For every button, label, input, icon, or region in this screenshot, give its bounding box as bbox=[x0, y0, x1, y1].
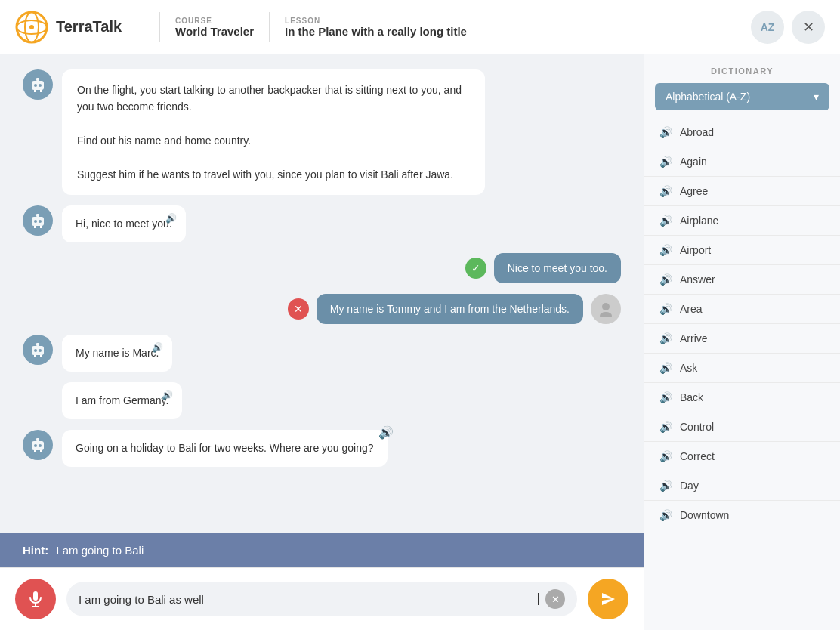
send-icon bbox=[599, 590, 617, 608]
dictionary-title: DICTIONARY bbox=[644, 54, 840, 83]
clear-button[interactable]: ✕ bbox=[545, 589, 565, 609]
header-divider bbox=[159, 12, 160, 42]
bot-message-greeting: 🔊 Hi, nice to meet you. bbox=[23, 205, 621, 242]
dictionary-button[interactable]: AZ bbox=[751, 11, 784, 44]
dictionary-item[interactable]: 🔊 Again bbox=[644, 147, 840, 177]
hint-label: Hint: bbox=[23, 544, 48, 557]
svg-rect-7 bbox=[36, 78, 39, 81]
dictionary-word: Airport bbox=[680, 244, 711, 256]
dictionary-icon: AZ bbox=[761, 21, 775, 33]
sound-icon[interactable]: 🔊 bbox=[659, 126, 672, 138]
lesson-info: LESSON In the Plane with a really long t… bbox=[285, 17, 467, 38]
bot-country-text: I am from Germany. bbox=[76, 394, 168, 406]
svg-point-11 bbox=[34, 220, 37, 223]
svg-rect-18 bbox=[32, 346, 44, 355]
dictionary-item[interactable]: 🔊 Back bbox=[644, 383, 840, 412]
dictionary-list: 🔊 Abroad 🔊 Again 🔊 Agree 🔊 Airplane 🔊 Ai… bbox=[644, 118, 840, 630]
svg-point-20 bbox=[39, 349, 42, 352]
user-message-correct: ✓ Nice to meet you too. bbox=[23, 253, 621, 283]
sound-icon[interactable]: 🔊 bbox=[659, 303, 672, 315]
dictionary-item[interactable]: 🔊 Ask bbox=[644, 354, 840, 383]
bot-avatar-2 bbox=[23, 205, 53, 236]
dictionary-word: Area bbox=[680, 303, 703, 315]
sound-icon-holiday[interactable]: 🔊 bbox=[378, 424, 394, 442]
dictionary-sidebar: DICTIONARY Alphabetical (A-Z) ▾ 🔊 Abroad… bbox=[644, 54, 840, 630]
bot-avatar-1 bbox=[23, 69, 53, 100]
instruction-message: On the flight, you start talking to anot… bbox=[23, 69, 621, 195]
svg-point-6 bbox=[39, 84, 42, 87]
dictionary-item[interactable]: 🔊 Correct bbox=[644, 442, 840, 471]
dictionary-item[interactable]: 🔊 Area bbox=[644, 295, 840, 324]
send-button[interactable] bbox=[588, 579, 628, 619]
sound-icon-name[interactable]: 🔊 bbox=[152, 341, 163, 354]
sound-icon[interactable]: 🔊 bbox=[659, 362, 672, 374]
sound-icon[interactable]: 🔊 bbox=[659, 450, 672, 462]
header-divider-2 bbox=[269, 12, 270, 42]
course-info: COURSE World Traveler bbox=[175, 17, 254, 38]
dictionary-item[interactable]: 🔊 Agree bbox=[644, 177, 840, 206]
bot-holiday-bubble: 🔊 Going on a holiday to Bali for two wee… bbox=[62, 430, 388, 467]
sound-icon[interactable]: 🔊 bbox=[659, 480, 672, 492]
sound-icon-country[interactable]: 🔊 bbox=[162, 388, 173, 402]
logo-area: TerraTalk bbox=[15, 11, 122, 44]
correct-status-icon: ✓ bbox=[465, 258, 486, 279]
dictionary-item[interactable]: 🔊 Airport bbox=[644, 236, 840, 265]
dictionary-word: Again bbox=[680, 156, 707, 168]
sound-icon[interactable]: 🔊 bbox=[659, 244, 672, 256]
dictionary-item[interactable]: 🔊 Downtown bbox=[644, 501, 840, 530]
text-input-wrapper: ✕ bbox=[66, 582, 577, 616]
bot-country-bubble: 🔊 I am from Germany. bbox=[62, 382, 182, 419]
svg-point-12 bbox=[39, 220, 42, 223]
dictionary-word: Agree bbox=[680, 185, 708, 197]
sound-icon[interactable]: 🔊 bbox=[659, 332, 672, 344]
user-text-incorrect: My name is Tommy and I am from the Nethe… bbox=[330, 303, 570, 315]
app-header: TerraTalk COURSE World Traveler LESSON I… bbox=[0, 0, 840, 54]
dictionary-word: Control bbox=[680, 421, 714, 433]
svg-rect-21 bbox=[36, 343, 39, 346]
bot-message-name: 🔊 My name is Marc. bbox=[23, 335, 621, 372]
svg-point-25 bbox=[34, 444, 37, 447]
dictionary-item[interactable]: 🔊 Answer bbox=[644, 265, 840, 295]
text-input[interactable] bbox=[79, 593, 531, 606]
svg-rect-27 bbox=[36, 438, 39, 441]
logo-text: TerraTalk bbox=[56, 18, 122, 36]
close-button[interactable]: ✕ bbox=[792, 11, 825, 44]
chat-messages: On the flight, you start talking to anot… bbox=[0, 54, 644, 533]
sound-icon[interactable]: 🔊 bbox=[659, 156, 672, 168]
bot-name-text: My name is Marc. bbox=[76, 347, 159, 359]
dictionary-item[interactable]: 🔊 Day bbox=[644, 471, 840, 501]
sound-icon[interactable]: 🔊 bbox=[659, 421, 672, 433]
greeting-text: Hi, nice to meet you. bbox=[76, 218, 172, 230]
main-content: On the flight, you start talking to anot… bbox=[0, 54, 840, 630]
course-label: COURSE bbox=[175, 17, 254, 25]
svg-point-5 bbox=[34, 84, 37, 87]
instruction-line-2: Find out his name and home country. bbox=[77, 132, 470, 149]
svg-point-16 bbox=[602, 303, 610, 310]
bot-name-bubble: 🔊 My name is Marc. bbox=[62, 335, 172, 372]
dictionary-item[interactable]: 🔊 Airplane bbox=[644, 206, 840, 236]
sound-icon-greeting[interactable]: 🔊 bbox=[165, 212, 177, 225]
svg-point-3 bbox=[29, 25, 34, 29]
dropdown-label: Alphabetical (A-Z) bbox=[666, 91, 750, 103]
sound-icon[interactable]: 🔊 bbox=[659, 509, 672, 521]
svg-rect-4 bbox=[32, 81, 44, 90]
user-bubble-incorrect: My name is Tommy and I am from the Nethe… bbox=[317, 294, 583, 324]
user-bubble-correct: Nice to meet you too. bbox=[494, 253, 621, 283]
dictionary-word: Abroad bbox=[680, 126, 714, 138]
bot-message-holiday: 🔊 Going on a holiday to Bali for two wee… bbox=[23, 430, 621, 467]
dictionary-dropdown[interactable]: Alphabetical (A-Z) ▾ bbox=[655, 83, 829, 110]
dictionary-item[interactable]: 🔊 Control bbox=[644, 412, 840, 442]
sound-icon[interactable]: 🔊 bbox=[659, 273, 672, 286]
svg-rect-30 bbox=[33, 591, 38, 601]
instruction-bubble: On the flight, you start talking to anot… bbox=[62, 69, 485, 195]
sound-icon[interactable]: 🔊 bbox=[659, 185, 672, 197]
dictionary-item[interactable]: 🔊 Abroad bbox=[644, 118, 840, 147]
svg-point-17 bbox=[600, 312, 612, 317]
microphone-button[interactable] bbox=[15, 579, 56, 619]
sound-icon[interactable]: 🔊 bbox=[659, 391, 672, 403]
sound-icon[interactable]: 🔊 bbox=[659, 215, 672, 227]
svg-point-26 bbox=[39, 444, 42, 447]
dictionary-item[interactable]: 🔊 Arrive bbox=[644, 324, 840, 354]
user-message-incorrect: ✕ My name is Tommy and I am from the Net… bbox=[23, 294, 621, 324]
dictionary-word: Arrive bbox=[680, 332, 708, 344]
